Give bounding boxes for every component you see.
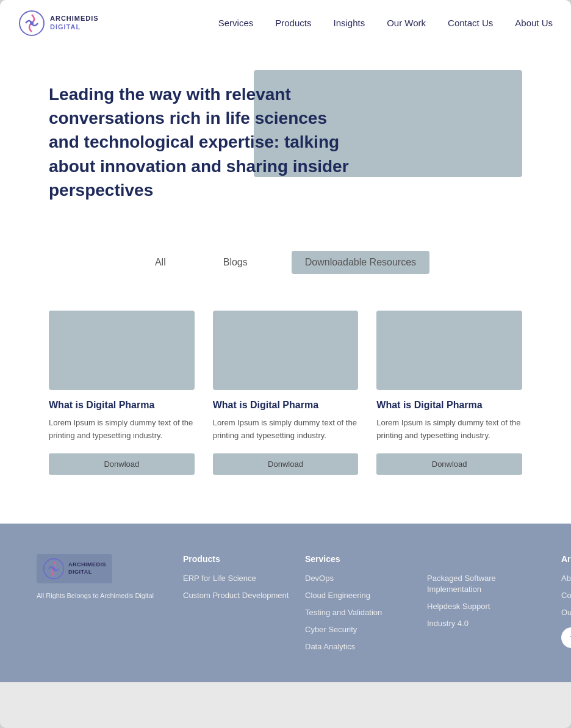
footer-archimedis-heading: Archimedis Digital	[561, 554, 571, 564]
nav-item-ourwork[interactable]: Our Work	[387, 18, 426, 29]
footer-logo-col: ARCHIMEDIS DIGITAL All Rights Belongs to…	[37, 554, 171, 599]
footer-brand-name: ARCHIMEDIS DIGITAL	[68, 561, 106, 575]
filter-all[interactable]: All	[142, 251, 179, 274]
footer-archimedis-list: About Us Contact Us Our Work	[561, 572, 571, 618]
nav-link-aboutus[interactable]: About Us	[515, 18, 553, 28]
nav-link-insights[interactable]: Insights	[333, 18, 365, 28]
footer-products-item-2[interactable]: Custom Product Development	[183, 589, 293, 600]
facebook-icon[interactable]: f	[561, 627, 571, 648]
footer-services-link-2[interactable]: Cloud Engineering	[305, 591, 370, 600]
cards-grid: What is Digital Pharma Lorem Ipsum is si…	[49, 311, 522, 475]
card-1-download-button[interactable]: Donwload	[49, 453, 195, 475]
nav-item-aboutus[interactable]: About Us	[515, 18, 553, 29]
logo-area: ARCHIMEDIS DIGITAL	[18, 10, 99, 37]
footer-services-item-5[interactable]: Data Analytics	[305, 641, 415, 652]
footer-services-link-5[interactable]: Data Analytics	[305, 642, 355, 651]
footer-services-link-1[interactable]: DevOps	[305, 574, 334, 583]
footer-services-link-3[interactable]: Testing and Validation	[305, 608, 382, 617]
card-2-description: Lorem Ipsum is simply dummy text of the …	[213, 417, 359, 442]
footer-services-list: DevOps Cloud Engineering Testing and Val…	[305, 572, 415, 652]
svg-point-1	[30, 21, 34, 25]
filter-downloadable-resources[interactable]: Downloadable Resources	[292, 251, 429, 274]
nav-link-contactus[interactable]: Contact Us	[448, 18, 493, 28]
footer-services2-item-3[interactable]: Industry 4.0	[427, 618, 549, 629]
filter-blogs[interactable]: Blogs	[210, 251, 261, 274]
card-1-title: What is Digital Pharma	[49, 400, 195, 411]
nav-item-products[interactable]: Products	[275, 18, 311, 29]
logo-icon	[18, 10, 45, 37]
footer-archimedis-link-3[interactable]: Our Work	[561, 608, 571, 617]
footer-products-link-1[interactable]: ERP for Life Science	[183, 574, 256, 583]
footer-services-item-4[interactable]: Cyber Security	[305, 624, 415, 635]
brand-name: ARCHIMEDIS DIGITAL	[50, 15, 99, 31]
footer-products-list: ERP for Life Science Custom Product Deve…	[183, 572, 293, 600]
nav-links: Services Products Insights Our Work Cont…	[218, 18, 553, 29]
card-1-image	[49, 311, 195, 390]
footer-products-heading: Products	[183, 554, 293, 564]
footer-services2-list: Packaged Software Implementation Helpdes…	[427, 572, 549, 629]
footer-grid: ARCHIMEDIS DIGITAL All Rights Belongs to…	[37, 554, 534, 658]
footer-archimedis-link-2[interactable]: Contact Us	[561, 591, 571, 600]
filter-section: All Blogs Downloadable Resources	[0, 232, 571, 286]
card-3-title: What is Digital Pharma	[376, 400, 522, 411]
card-3-description: Lorem Ipsum is simply dummy text of the …	[376, 417, 522, 442]
nav-link-products[interactable]: Products	[275, 18, 311, 28]
social-icons: f in	[561, 627, 571, 648]
footer-services2-item-2[interactable]: Helpdesk Support	[427, 600, 549, 611]
footer-services2-link-2[interactable]: Helpdesk Support	[427, 602, 490, 611]
card-3-image	[376, 311, 522, 390]
footer-products-item-1[interactable]: ERP for Life Science	[183, 572, 293, 583]
hero-section: Leading the way with relevant conversati…	[0, 46, 571, 232]
nav-item-contactus[interactable]: Contact Us	[448, 18, 493, 29]
svg-point-3	[52, 567, 56, 570]
nav-item-insights[interactable]: Insights	[333, 18, 365, 29]
footer: ARCHIMEDIS DIGITAL All Rights Belongs to…	[0, 524, 571, 682]
footer-archimedis-item-3[interactable]: Our Work	[561, 607, 571, 618]
footer-services2-item-1[interactable]: Packaged Software Implementation	[427, 572, 549, 594]
card-2-image	[213, 311, 359, 390]
footer-archimedis-item-2[interactable]: Contact Us	[561, 589, 571, 600]
footer-copyright: All Rights Belongs to Archimedis Digital	[37, 592, 154, 599]
footer-logo-badge: ARCHIMEDIS DIGITAL	[37, 554, 112, 583]
card-2: What is Digital Pharma Lorem Ipsum is si…	[213, 311, 359, 475]
card-3-download-button[interactable]: Donwload	[376, 453, 522, 475]
cards-section: What is Digital Pharma Lorem Ipsum is si…	[0, 286, 571, 524]
footer-services-item-1[interactable]: DevOps	[305, 572, 415, 583]
footer-services-item-2[interactable]: Cloud Engineering	[305, 589, 415, 600]
card-1-description: Lorem Ipsum is simply dummy text of the …	[49, 417, 195, 442]
card-2-title: What is Digital Pharma	[213, 400, 359, 411]
hero-heading: Leading the way with relevant conversati…	[49, 82, 354, 202]
footer-archimedis-item-1[interactable]: About Us	[561, 572, 571, 583]
card-3: What is Digital Pharma Lorem Ipsum is si…	[376, 311, 522, 475]
nav-link-ourwork[interactable]: Our Work	[387, 18, 426, 28]
card-1: What is Digital Pharma Lorem Ipsum is si…	[49, 311, 195, 475]
hero-text: Leading the way with relevant conversati…	[49, 82, 354, 202]
footer-services2-link-3[interactable]: Industry 4.0	[427, 619, 469, 628]
footer-logo-icon	[43, 558, 65, 580]
footer-services2-link-1[interactable]: Packaged Software Implementation	[427, 574, 496, 594]
footer-archimedis-link-1[interactable]: About Us	[561, 574, 571, 583]
navbar: ARCHIMEDIS DIGITAL Services Products Ins…	[0, 0, 571, 46]
footer-services-link-4[interactable]: Cyber Security	[305, 625, 357, 634]
footer-services-col: Services DevOps Cloud Engineering Testin…	[305, 554, 415, 658]
footer-products-link-2[interactable]: Custom Product Development	[183, 591, 289, 600]
footer-archimedis-col: Archimedis Digital About Us Contact Us O…	[561, 554, 571, 648]
card-2-download-button[interactable]: Donwload	[213, 453, 359, 475]
footer-services-item-3[interactable]: Testing and Validation	[305, 607, 415, 618]
footer-products-col: Products ERP for Life Science Custom Pro…	[183, 554, 293, 607]
nav-link-services[interactable]: Services	[218, 18, 254, 28]
nav-item-services[interactable]: Services	[218, 18, 254, 29]
footer-services2-col: - Packaged Software Implementation Helpd…	[427, 554, 549, 635]
footer-services-heading: Services	[305, 554, 415, 564]
